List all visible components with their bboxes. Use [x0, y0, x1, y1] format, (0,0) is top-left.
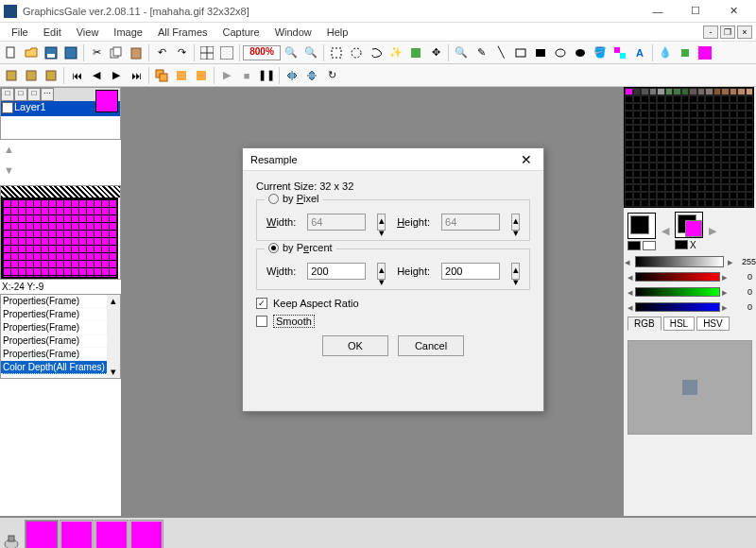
palette-cell[interactable] — [737, 163, 746, 170]
gray-slider[interactable] — [635, 256, 724, 267]
palette-cell[interactable] — [673, 125, 681, 132]
palette-cell[interactable] — [633, 163, 642, 170]
palette-cell[interactable] — [681, 95, 690, 103]
palette-cell[interactable] — [721, 155, 730, 163]
palette-cell[interactable] — [657, 192, 665, 199]
palette-cell[interactable] — [713, 163, 722, 170]
palette-cell[interactable] — [730, 170, 738, 178]
palette-cell[interactable] — [689, 170, 697, 178]
layer-tab-1[interactable]: □ — [1, 88, 14, 101]
palette-cell[interactable] — [737, 103, 746, 111]
palette-cell[interactable] — [649, 125, 658, 132]
palette-cell[interactable] — [681, 184, 690, 192]
select-rect-icon[interactable] — [327, 43, 346, 62]
palette-cell[interactable] — [746, 103, 754, 111]
save-as-icon[interactable] — [61, 43, 80, 62]
cancel-button[interactable]: Cancel — [398, 335, 464, 356]
palette-cell[interactable] — [649, 140, 658, 147]
palette-cell[interactable] — [641, 125, 649, 132]
smooth-checkbox[interactable] — [256, 316, 267, 327]
palette-cell[interactable] — [625, 192, 633, 199]
flip-v-icon[interactable] — [302, 66, 321, 85]
palette-cell[interactable] — [746, 199, 754, 207]
palette-cell[interactable] — [705, 132, 713, 140]
history-scrollbar[interactable]: ▴▾ — [107, 295, 120, 378]
palette-cell[interactable] — [649, 111, 658, 118]
menu-all-frames[interactable]: All Frames — [150, 25, 215, 40]
palette-cell[interactable] — [689, 163, 697, 170]
palette-cell[interactable] — [721, 147, 730, 155]
palette-cell[interactable] — [721, 95, 730, 103]
palette-cell[interactable] — [737, 155, 746, 163]
select-oval-icon[interactable] — [347, 43, 366, 62]
palette-cell[interactable] — [633, 125, 642, 132]
menu-edit[interactable]: Edit — [36, 25, 69, 40]
palette-cell[interactable] — [665, 95, 674, 103]
palette-cell[interactable] — [721, 88, 730, 95]
palette-cell[interactable] — [657, 178, 665, 185]
palette-cell[interactable] — [713, 155, 722, 163]
palette-cell[interactable] — [625, 147, 633, 155]
palette-cell[interactable] — [730, 103, 738, 111]
palette-cell[interactable] — [737, 125, 746, 132]
palette-cell[interactable] — [649, 118, 658, 126]
palette-cell[interactable] — [721, 163, 730, 170]
palette-cell[interactable] — [689, 88, 697, 95]
history-item[interactable]: Properties(Frame) — [1, 334, 120, 348]
palette-cell[interactable] — [641, 163, 649, 170]
palette-cell[interactable] — [713, 103, 722, 111]
palette-cell[interactable] — [697, 192, 706, 199]
palette-cell[interactable] — [721, 118, 730, 126]
palette-cell[interactable] — [713, 192, 722, 199]
palette-cell[interactable] — [681, 103, 690, 111]
palette-cell[interactable] — [705, 147, 713, 155]
last-frame-icon[interactable]: ⏭ — [127, 66, 146, 85]
palette-cell[interactable] — [649, 103, 658, 111]
palette-cell[interactable] — [673, 178, 681, 185]
palette-cell[interactable] — [689, 111, 697, 118]
palette-cell[interactable] — [633, 178, 642, 185]
palette-cell[interactable] — [697, 178, 706, 185]
palette-cell[interactable] — [649, 199, 658, 207]
percent-width-input[interactable] — [307, 263, 366, 280]
layer-tab-2[interactable]: □ — [14, 88, 27, 101]
palette-cell[interactable] — [633, 192, 642, 199]
palette-cell[interactable] — [673, 95, 681, 103]
palette-cell[interactable] — [649, 132, 658, 140]
palette-cell[interactable] — [737, 88, 746, 95]
palette-cell[interactable] — [689, 103, 697, 111]
fill-oval-icon[interactable] — [571, 43, 590, 62]
palette-cell[interactable] — [625, 155, 633, 163]
palette-cell[interactable] — [737, 199, 746, 207]
lasso-icon[interactable] — [367, 43, 386, 62]
palette-cell[interactable] — [649, 147, 658, 155]
palette-cell[interactable] — [689, 155, 697, 163]
palette-cell[interactable] — [681, 192, 690, 199]
palette-cell[interactable] — [633, 103, 642, 111]
antialias-icon[interactable] — [676, 43, 695, 62]
palette-cell[interactable] — [730, 184, 738, 192]
open-file-icon[interactable] — [22, 43, 41, 62]
oval-icon[interactable] — [551, 43, 570, 62]
color-palette[interactable] — [624, 87, 754, 208]
palette-cell[interactable] — [673, 192, 681, 199]
palette-cell[interactable] — [625, 199, 633, 207]
palette-cell[interactable] — [673, 170, 681, 178]
palette-cell[interactable] — [665, 155, 674, 163]
history-item[interactable]: Properties(Frame) — [1, 295, 120, 308]
palette-cell[interactable] — [697, 132, 706, 140]
palette-cell[interactable] — [657, 125, 665, 132]
palette-cell[interactable] — [641, 95, 649, 103]
palette-cell[interactable] — [730, 192, 738, 199]
zoom-level[interactable]: 800% — [243, 45, 281, 60]
palette-cell[interactable] — [665, 184, 674, 192]
redo-icon[interactable]: ↷ — [172, 43, 191, 62]
palette-cell[interactable] — [705, 199, 713, 207]
palette-cell[interactable] — [657, 163, 665, 170]
palette-cell[interactable] — [721, 199, 730, 207]
frame-tool-1-icon[interactable] — [2, 66, 21, 85]
palette-cell[interactable] — [649, 178, 658, 185]
palette-cell[interactable] — [737, 192, 746, 199]
palette-cell[interactable] — [746, 88, 754, 95]
palette-cell[interactable] — [673, 132, 681, 140]
